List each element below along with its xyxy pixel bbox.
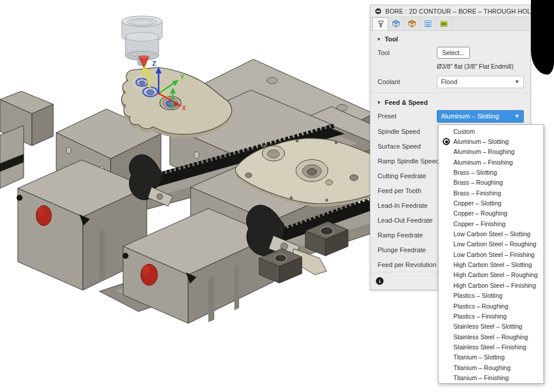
- chevron-down-icon: ▼: [376, 37, 381, 42]
- axis-x-label: X: [182, 104, 186, 111]
- tool-row: Tool Select...: [371, 45, 530, 60]
- passes-icon: [423, 19, 433, 28]
- preset-menu-item[interactable]: Copper – Roughing: [439, 208, 543, 219]
- feed-speed-row-label: Feed per Revolution: [378, 261, 436, 268]
- section-header-tool[interactable]: ▼ Tool: [371, 31, 530, 45]
- preset-menu-item[interactable]: Low Carbon Steel – Finishing: [439, 249, 543, 259]
- preset-menu-item[interactable]: Low Carbon Steel – Slotting: [439, 229, 543, 239]
- coolant-select[interactable]: Flood ▼: [437, 76, 524, 88]
- operation-badge-icon: [375, 8, 381, 14]
- tab-heights[interactable]: [404, 17, 420, 30]
- preset-menu-item[interactable]: Copper – Slotting: [439, 198, 543, 208]
- tool-icon: [376, 20, 385, 29]
- chevron-down-icon: ▼: [514, 113, 520, 119]
- cutting-tool[interactable]: [122, 16, 162, 68]
- preset-menu-item[interactable]: Brass – Slotting: [439, 167, 543, 177]
- preset-menu-item[interactable]: High Carbon Steel – Roughing: [439, 270, 543, 280]
- dialog-tab-bar: [371, 17, 530, 31]
- feed-speed-row-label: Cutting Feedrate: [378, 172, 426, 179]
- preset-dropdown-menu: Custom Aluminum – Slotting Aluminum – Ro…: [438, 124, 544, 384]
- linking-icon: [439, 19, 449, 28]
- info-icon[interactable]: i: [376, 277, 384, 285]
- screen-artifact-blob: [531, 0, 554, 75]
- preset-select[interactable]: Aluminum – Slotting ▼: [437, 110, 524, 123]
- coolant-label: Coolant: [378, 78, 437, 85]
- fusion-cam-window: Z Y X BORE : 2D CONTOUR – BORE – THROUGH…: [0, 0, 554, 392]
- feed-speed-row-label: Ramp Spindle Speed: [378, 158, 439, 165]
- feed-speed-row-label: Spindle Speed: [378, 128, 420, 135]
- preset-row: Preset Aluminum – Slotting ▼: [371, 108, 530, 124]
- feed-speed-row-label: Feed per Tooth: [378, 187, 421, 194]
- preset-menu-item[interactable]: Plastics – Roughing: [439, 301, 543, 311]
- preset-menu-item[interactable]: Low Carbon Steel – Roughing: [439, 239, 543, 249]
- preset-menu-item[interactable]: Brass – Roughing: [439, 178, 543, 188]
- preset-menu-item[interactable]: High Carbon Steel – Finishing: [439, 280, 543, 290]
- dialog-header[interactable]: BORE : 2D CONTOUR – BORE – THROUGH HOLES: [371, 5, 530, 17]
- preset-menu-item[interactable]: Plastics – Finishing: [439, 311, 543, 321]
- heights-icon: [407, 19, 417, 28]
- feed-speed-row-label: Ramp Feedrate: [378, 232, 423, 239]
- geometry-icon: [391, 19, 401, 28]
- preset-menu-item[interactable]: High Carbon Steel – Slotting: [439, 259, 543, 269]
- preset-label: Preset: [378, 113, 437, 120]
- chevron-down-icon: ▼: [376, 100, 381, 105]
- preset-menu-item[interactable]: Aluminum – Slotting: [439, 136, 543, 146]
- axis-z-label: Z: [152, 60, 156, 67]
- tab-tool[interactable]: [372, 17, 388, 30]
- tab-passes[interactable]: [420, 17, 436, 30]
- feed-speed-row-label: Plunge Feedrate: [378, 246, 426, 253]
- preset-menu-item[interactable]: Titanium – Roughing: [439, 362, 543, 372]
- section-divider: [371, 92, 530, 93]
- section-header-feed-speed[interactable]: ▼ Feed & Speed: [371, 94, 530, 108]
- preset-menu-item[interactable]: Copper – Finishing: [439, 219, 543, 229]
- radio-selected-icon: [443, 138, 450, 145]
- preset-menu-item[interactable]: Stainless Steel – Finishing: [439, 342, 543, 352]
- axis-y-label: Y: [180, 73, 185, 81]
- preset-menu-item[interactable]: Titanium – Finishing: [439, 372, 543, 383]
- coolant-row: Coolant Flood ▼: [371, 74, 530, 89]
- chevron-down-icon: ▼: [514, 79, 520, 85]
- tool-description: Ø3/8" flat (3/8" Flat Endmill): [371, 60, 530, 74]
- preset-menu-item[interactable]: Stainless Steel – Slotting: [439, 322, 543, 332]
- preset-menu-item[interactable]: Plastics – Slotting: [439, 291, 543, 301]
- tool-select-button[interactable]: Select...: [437, 47, 470, 59]
- feed-speed-row-label: Lead-In Feedrate: [378, 202, 427, 209]
- preset-menu-item[interactable]: Titanium – Slotting: [439, 352, 543, 362]
- preset-menu-item[interactable]: Stainless Steel – Roughing: [439, 332, 543, 342]
- preset-menu-item[interactable]: Aluminum – Roughing: [439, 147, 543, 157]
- preset-menu-item[interactable]: Custom: [439, 126, 543, 136]
- feed-speed-row-label: Lead-Out Feedrate: [378, 217, 433, 224]
- tool-label: Tool: [378, 49, 437, 56]
- tab-geometry[interactable]: [388, 17, 404, 30]
- feed-speed-row-label: Surface Speed: [378, 143, 421, 150]
- preset-menu-item[interactable]: Brass – Finishing: [439, 188, 543, 198]
- dialog-title: BORE : 2D CONTOUR – BORE – THROUGH HOLES: [385, 8, 539, 15]
- preset-menu-item[interactable]: Aluminum – Finishing: [439, 157, 543, 167]
- tab-linking[interactable]: [436, 17, 452, 30]
